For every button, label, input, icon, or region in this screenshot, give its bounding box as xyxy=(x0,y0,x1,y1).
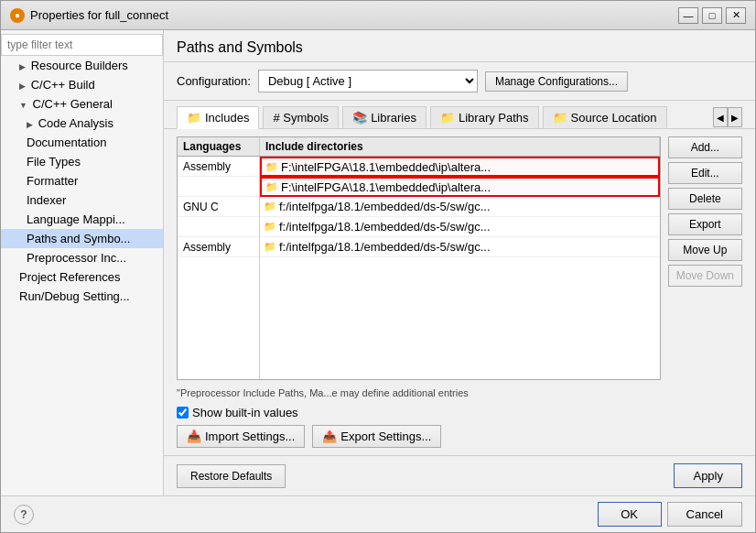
tree-arrow: ▶ xyxy=(19,62,26,71)
dir-row-5[interactable]: 📁 f:/intelfpga/18.1/embedded/ds-5/sw/gc.… xyxy=(260,237,660,257)
dir-icon-5: 📁 xyxy=(264,241,276,253)
tab-includes-label: Includes xyxy=(205,111,249,125)
tree-arrow: ▼ xyxy=(19,101,27,110)
tab-symbols[interactable]: # Symbols xyxy=(263,106,339,128)
main-dialog: ● Properties for full_connect — □ ✕ ▶ Re… xyxy=(0,0,756,533)
config-label: Configuration: xyxy=(177,74,251,88)
sidebar-item-preprocessor-inc[interactable]: Preprocessor Inc... xyxy=(1,248,163,267)
import-icon: 📥 xyxy=(187,430,201,443)
ok-button[interactable]: OK xyxy=(598,502,662,527)
tree-arrow: ▶ xyxy=(27,120,33,129)
import-settings-button[interactable]: 📥 Import Settings... xyxy=(177,425,305,448)
tab-source-location[interactable]: 📁 Source Location xyxy=(543,106,667,128)
apply-button[interactable]: Apply xyxy=(674,463,742,488)
col-languages-header: Languages xyxy=(178,137,260,156)
title-bar: ● Properties for full_connect — □ ✕ xyxy=(1,1,755,30)
restore-defaults-button[interactable]: Restore Defaults xyxy=(177,464,286,488)
dialog-title: Properties for full_connect xyxy=(30,8,168,22)
bottom-bar: Restore Defaults Apply xyxy=(164,455,755,495)
panel-title: Paths and Symbols xyxy=(164,30,755,62)
includes-table: Languages Include directories Assembly G… xyxy=(177,136,661,380)
tab-scroll-left[interactable]: ◀ xyxy=(713,107,728,127)
sidebar-item-cpp-general[interactable]: ▼ C/C++ General xyxy=(1,94,163,114)
app-icon: ● xyxy=(10,8,25,23)
tab-library-paths-label: Library Paths xyxy=(459,111,529,125)
sidebar-item-resource-builders[interactable]: ▶ Resource Builders xyxy=(1,56,163,75)
tab-scroll-right[interactable]: ▶ xyxy=(728,107,742,127)
minimize-button[interactable]: — xyxy=(678,7,698,24)
config-bar: Configuration: Debug [ Active ] Manage C… xyxy=(164,62,755,101)
dir-icon-3: 📁 xyxy=(264,201,276,212)
import-label: Import Settings... xyxy=(205,430,295,443)
show-builtin-label: Show built-in values xyxy=(192,406,298,419)
show-builtin-row: Show built-in values xyxy=(177,406,742,419)
sidebar-item-documentation[interactable]: Documentation xyxy=(1,133,163,152)
sidebar-item-language-mapping[interactable]: Language Mappi... xyxy=(1,210,163,229)
content-area: Languages Include directories Assembly G… xyxy=(164,129,755,455)
lang-gnu-c-2[interactable] xyxy=(178,217,259,237)
dir-path-4: f:/intelfpga/18.1/embedded/ds-5/sw/gc... xyxy=(279,220,491,234)
show-builtin-checkbox-wrap: Show built-in values xyxy=(177,406,298,419)
side-buttons: Add... Edit... Delete Export Move Up Mov… xyxy=(668,136,742,380)
sidebar-item-code-analysis[interactable]: ▶ Code Analysis xyxy=(1,114,163,133)
tab-source-location-label: Source Location xyxy=(571,111,657,125)
dir-icon-1: 📁 xyxy=(265,161,278,173)
filter-input[interactable] xyxy=(1,34,163,56)
sidebar-item-indexer[interactable]: Indexer xyxy=(1,190,163,210)
tab-libraries-icon: 📚 xyxy=(352,111,367,125)
sidebar-item-paths-and-symbols[interactable]: Paths and Symbo... xyxy=(1,229,163,248)
show-builtin-checkbox[interactable] xyxy=(177,407,189,419)
export-button[interactable]: Export xyxy=(668,213,742,235)
cancel-button[interactable]: Cancel xyxy=(667,502,742,527)
move-up-button[interactable]: Move Up xyxy=(668,239,742,261)
dir-path-1: F:\intelFPGA\18.1\embedded\ip\altera... xyxy=(281,160,491,174)
tab-includes-icon: 📁 xyxy=(187,111,201,125)
lang-assembly-1[interactable]: Assembly xyxy=(178,157,259,177)
delete-button[interactable]: Delete xyxy=(668,188,742,210)
table-header: Languages Include directories xyxy=(178,137,660,157)
sidebar-item-run-debug-settings[interactable]: Run/Debug Setting... xyxy=(1,287,163,306)
sidebar-item-file-types[interactable]: File Types xyxy=(1,152,163,171)
table-with-buttons: Languages Include directories Assembly G… xyxy=(177,136,742,380)
sidebar-item-cpp-build[interactable]: ▶ C/C++ Build xyxy=(1,75,163,94)
col-dirs-header: Include directories xyxy=(260,137,660,156)
export-icon: 📤 xyxy=(322,430,337,443)
manage-configurations-button[interactable]: Manage Configurations... xyxy=(485,71,628,92)
tab-libraries-label: Libraries xyxy=(371,111,416,125)
dialog-body: ▶ Resource Builders ▶ C/C++ Build ▼ C/C+… xyxy=(1,30,755,495)
languages-column: Assembly GNU C Assembly xyxy=(178,157,260,379)
tabs-bar: 📁 Includes # Symbols 📚 Libraries 📁 Libra… xyxy=(164,101,755,129)
dir-row-4[interactable]: 📁 f:/intelfpga/18.1/embedded/ds-5/sw/gc.… xyxy=(260,217,660,237)
help-button[interactable]: ? xyxy=(14,505,34,525)
main-panel: Paths and Symbols Configuration: Debug [… xyxy=(164,30,755,495)
dir-row-1[interactable]: 📁 F:\intelFPGA\18.1\embedded\ip\altera..… xyxy=(260,157,660,177)
dir-path-2: F:\intelFPGA\18.1\embedded\ip\altera... xyxy=(281,180,491,194)
sidebar: ▶ Resource Builders ▶ C/C++ Build ▼ C/C+… xyxy=(1,30,164,495)
dir-row-2[interactable]: 📁 F:\intelFPGA\18.1\embedded\ip\altera..… xyxy=(260,177,660,197)
lang-assembly-3[interactable]: Assembly xyxy=(178,237,259,257)
tab-includes[interactable]: 📁 Includes xyxy=(177,106,259,129)
table-body: Assembly GNU C Assembly 📁 F:\intelFPGA\1… xyxy=(178,157,660,379)
sidebar-item-formatter[interactable]: Formatter xyxy=(1,171,163,190)
preproc-note: "Preprocessor Include Paths, Ma...e may … xyxy=(177,386,742,400)
add-button[interactable]: Add... xyxy=(668,136,742,158)
maximize-button[interactable]: □ xyxy=(702,7,722,24)
close-button[interactable]: ✕ xyxy=(726,7,746,24)
directories-column: 📁 F:\intelFPGA\18.1\embedded\ip\altera..… xyxy=(260,157,660,379)
tab-libraries[interactable]: 📚 Libraries xyxy=(342,106,427,128)
export-settings-button[interactable]: 📤 Export Settings... xyxy=(312,425,441,448)
config-dropdown[interactable]: Debug [ Active ] xyxy=(258,70,478,92)
tab-library-paths-icon: 📁 xyxy=(440,111,455,125)
import-export-row: 📥 Import Settings... 📤 Export Settings..… xyxy=(177,425,742,448)
edit-button[interactable]: Edit... xyxy=(668,162,742,184)
dir-path-3: f:/intelfpga/18.1/embedded/ds-5/sw/gc... xyxy=(279,200,491,213)
tab-library-paths[interactable]: 📁 Library Paths xyxy=(430,106,539,128)
lang-assembly-2[interactable] xyxy=(178,177,259,197)
dir-icon-4: 📁 xyxy=(264,221,276,233)
move-down-button[interactable]: Move Down xyxy=(668,265,742,287)
dir-icon-2: 📁 xyxy=(265,181,278,193)
dir-row-3[interactable]: 📁 f:/intelfpga/18.1/embedded/ds-5/sw/gc.… xyxy=(260,197,660,217)
sidebar-item-project-references[interactable]: Project References xyxy=(1,267,163,287)
lang-gnu-c[interactable]: GNU C xyxy=(178,197,259,217)
dir-path-5: f:/intelfpga/18.1/embedded/ds-5/sw/gc... xyxy=(279,240,491,254)
